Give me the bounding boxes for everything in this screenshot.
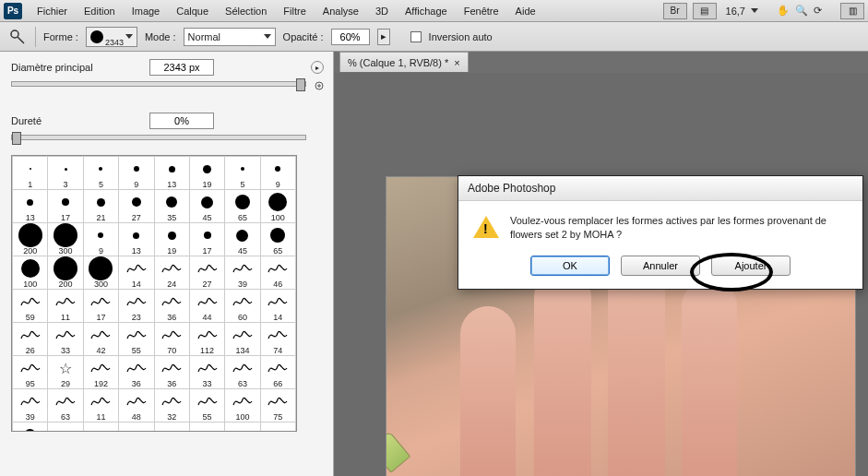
brush-swatch[interactable]: 46	[260, 256, 295, 290]
brush-swatch[interactable]	[260, 422, 295, 433]
brush-swatch[interactable]: 35	[154, 190, 189, 223]
menu-fichier[interactable]: Fichier	[30, 4, 75, 18]
brush-swatch[interactable]	[154, 422, 189, 433]
rotate-icon[interactable]: ⟳	[814, 5, 822, 17]
brush-grid[interactable]: 1359131959131721273545651002003009131917…	[11, 155, 297, 432]
brush-swatch[interactable]: 17	[189, 223, 224, 256]
brush-swatch[interactable]: 95	[13, 356, 48, 389]
brush-swatch[interactable]	[189, 422, 224, 433]
brush-swatch[interactable]: 48	[119, 389, 154, 422]
brush-swatch[interactable]: 3	[48, 157, 83, 190]
diameter-input[interactable]	[149, 59, 214, 76]
brush-swatch[interactable]: 5	[83, 157, 118, 190]
brush-swatch[interactable]: 9	[119, 157, 154, 190]
brush-swatch[interactable]	[225, 422, 260, 433]
brush-swatch[interactable]: 65	[225, 190, 260, 223]
brush-swatch[interactable]: 27	[189, 256, 224, 290]
cancel-button[interactable]: Annuler	[621, 256, 700, 276]
brush-swatch[interactable]: 45	[13, 422, 48, 433]
menu-calque[interactable]: Calque	[169, 4, 216, 18]
brush-swatch[interactable]: 14	[260, 290, 295, 323]
menu-edition[interactable]: Edition	[77, 4, 123, 18]
brush-swatch[interactable]: 60	[225, 290, 260, 323]
brush-swatch[interactable]: 13	[119, 223, 154, 256]
opacity-flyout[interactable]: ▸	[377, 29, 390, 45]
brush-swatch[interactable]: 19	[154, 223, 189, 256]
menu-image[interactable]: Image	[125, 4, 168, 18]
brush-swatch[interactable]: 9	[260, 157, 295, 190]
document-tab[interactable]: % (Calque 1, RVB/8) * ×	[339, 52, 469, 72]
brush-swatch[interactable]: 27	[119, 190, 154, 223]
brush-swatch[interactable]: 11	[83, 389, 118, 422]
brush-swatch[interactable]: 100	[225, 389, 260, 422]
brush-swatch[interactable]: 36	[154, 290, 189, 323]
brush-swatch[interactable]: 45	[225, 223, 260, 256]
brush-swatch[interactable]: 26	[13, 323, 48, 356]
brush-swatch[interactable]: 74	[260, 323, 295, 356]
add-button[interactable]: Ajouter	[711, 256, 791, 276]
brush-swatch[interactable]: 75	[260, 389, 295, 422]
brush-swatch[interactable]: 59	[13, 290, 48, 323]
ok-button[interactable]: OK	[530, 256, 610, 276]
brush-swatch[interactable]: 65	[260, 223, 295, 256]
menu-fenetre[interactable]: Fenêtre	[457, 4, 506, 18]
brush-swatch[interactable]: 55	[189, 389, 224, 422]
hardness-input[interactable]	[149, 113, 214, 129]
menu-3d[interactable]: 3D	[368, 4, 396, 18]
brush-swatch[interactable]: 100	[13, 256, 48, 290]
brush-swatch[interactable]: 13	[13, 190, 48, 223]
panel-flyout-arrow-icon[interactable]: ▸	[311, 61, 324, 74]
brush-swatch[interactable]: 24	[154, 256, 189, 290]
brush-swatch[interactable]: 192	[83, 356, 118, 389]
menu-filtre[interactable]: Filtre	[276, 4, 313, 18]
zoom-level[interactable]: 16,7	[722, 6, 758, 17]
menu-selection[interactable]: Sélection	[218, 4, 274, 18]
brush-swatch[interactable]: 200	[48, 256, 83, 290]
brush-swatch[interactable]: 42	[83, 323, 118, 356]
brush-swatch[interactable]: 70	[154, 323, 189, 356]
inversion-checkbox[interactable]	[410, 31, 422, 42]
brush-swatch[interactable]: 44	[189, 290, 224, 323]
brush-swatch[interactable]: 23	[119, 290, 154, 323]
brush-swatch[interactable]: 32	[154, 389, 189, 422]
brush-swatch[interactable]	[48, 422, 83, 433]
menu-affichage[interactable]: Affichage	[398, 4, 455, 18]
diameter-slider[interactable]	[11, 81, 306, 87]
brush-swatch[interactable]: 200	[13, 223, 48, 256]
brush-swatch[interactable]: 39	[225, 256, 260, 290]
screen-mode-icon[interactable]: ▥	[840, 3, 864, 19]
brush-swatch[interactable]: 66	[260, 356, 295, 389]
menu-aide[interactable]: Aide	[508, 4, 543, 18]
brush-swatch[interactable]	[83, 422, 118, 433]
brush-swatch[interactable]: 55	[119, 323, 154, 356]
brush-swatch[interactable]: 14	[119, 256, 154, 290]
brush-swatch[interactable]: 19	[189, 157, 224, 190]
slider-thumb[interactable]	[12, 132, 21, 145]
brush-swatch[interactable]: 45	[189, 190, 224, 223]
brush-swatch[interactable]: 17	[48, 190, 83, 223]
menu-analyse[interactable]: Analyse	[315, 4, 366, 18]
brush-swatch[interactable]: 36	[119, 356, 154, 389]
blend-mode-select[interactable]: Normal	[184, 28, 276, 46]
brush-swatch[interactable]: 21	[83, 190, 118, 223]
film-icon[interactable]: ▤	[693, 3, 717, 19]
brush-preset-picker[interactable]: 2343	[86, 27, 137, 47]
close-icon[interactable]: ×	[454, 57, 459, 68]
hardness-slider[interactable]	[11, 135, 306, 140]
brush-swatch[interactable]: 112	[189, 323, 224, 356]
zoom-icon[interactable]: 🔍	[795, 5, 808, 17]
brush-swatch[interactable]: 13	[154, 157, 189, 190]
brush-swatch[interactable]	[119, 422, 154, 433]
brush-swatch[interactable]: 36	[154, 356, 189, 389]
brush-swatch[interactable]: ☆29	[48, 356, 83, 389]
brush-swatch[interactable]: 9	[83, 223, 118, 256]
brush-swatch[interactable]: 39	[13, 389, 48, 422]
brush-swatch[interactable]: 17	[83, 290, 118, 323]
brush-swatch[interactable]: 63	[48, 389, 83, 422]
brush-swatch[interactable]: 134	[225, 323, 260, 356]
opacity-input[interactable]	[331, 29, 370, 45]
brush-swatch[interactable]: 1	[13, 157, 48, 190]
dodge-tool-icon[interactable]	[7, 27, 28, 47]
brush-swatch[interactable]: 63	[225, 356, 260, 389]
brush-swatch[interactable]: 5	[225, 157, 260, 190]
